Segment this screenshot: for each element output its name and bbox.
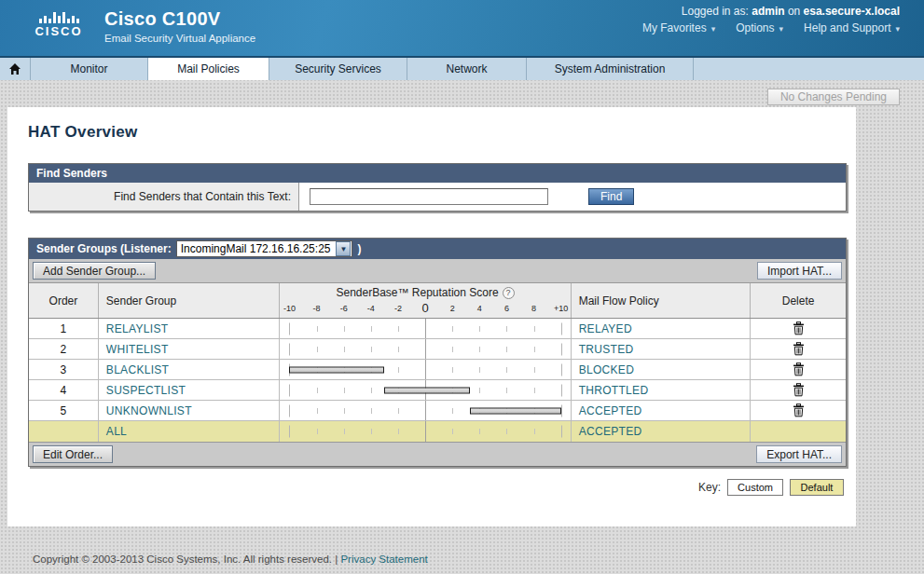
scale-tick [289,384,290,396]
scale-tick [452,367,453,373]
order-cell: 4 [29,380,99,400]
privacy-statement-link[interactable]: Privacy Statement [340,554,427,565]
sender-group-link[interactable]: SUSPECTLIST [106,384,186,397]
delete-cell [751,380,846,400]
trash-icon[interactable] [793,342,805,356]
mail-flow-policy-link[interactable]: ACCEPTED [579,425,642,438]
footer-divider: | [335,554,338,565]
scale-tick [425,319,426,338]
sender-group-link[interactable]: WHITELIST [106,343,169,356]
scale-tick [452,408,453,414]
table-row: 5 UNKNOWNLIST ACCEPTED [29,401,846,421]
sender-groups-toolbar-bottom: Edit Order... Export HAT... [29,442,846,466]
tab-mail-policies[interactable]: Mail Policies [148,58,269,80]
menu-help-and-support[interactable]: Help and Support [804,21,900,34]
scale-tick [506,429,507,434]
login-user: admin [752,5,784,18]
tab-security-services[interactable]: Security Services [269,58,407,80]
reputation-score-scale [289,319,560,338]
menu-my-favorites[interactable]: My Favorites [642,21,715,34]
scale-tick-label: -8 [313,304,321,313]
import-hat-button[interactable]: Import HAT... [757,262,842,280]
mail-flow-policy-cell: BLOCKED [572,360,752,379]
scale-tick [398,347,399,352]
scale-tick [344,326,345,332]
mail-flow-policy-link[interactable]: TRUSTED [579,343,634,356]
trash-icon[interactable] [793,362,805,376]
find-senders-row: Find Senders that Contain this Text: Fin… [29,183,846,211]
scale-tick [534,367,535,373]
sender-groups-body: 1 RELAYLIST RELAYED 2 WHI [29,319,846,442]
tab-network[interactable]: Network [407,58,527,80]
order-cell: 5 [29,401,99,420]
trash-icon[interactable] [793,321,805,335]
listener-select[interactable]: IncomingMail 172.16.16.25:25 ▼ [176,240,353,257]
scale-tick [452,347,453,352]
trash-icon[interactable] [793,403,805,417]
scale-tick-label: -6 [340,304,348,313]
find-senders-header: Find Senders [29,164,846,183]
sender-groups-header-prefix: Sender Groups (Listener: [36,242,172,255]
mail-flow-policy-link[interactable]: RELAYED [579,322,632,335]
product-title: Cisco C100V [104,8,255,30]
help-icon[interactable]: ? [503,287,515,299]
find-button[interactable]: Find [588,188,634,205]
scale-tick [561,426,562,438]
export-hat-button[interactable]: Export HAT... [756,445,842,463]
scale-tick [371,326,372,332]
mail-flow-policy-link[interactable]: ACCEPTED [579,404,642,417]
mail-flow-policy-link[interactable]: THROTTLED [579,384,649,397]
key-legend: Key: Custom Default [698,479,844,496]
scale-tick [561,363,562,376]
scale-tick [398,408,399,414]
scale-tick [371,408,372,414]
scale-tick [289,343,290,355]
sender-group-cell: RELAYLIST [99,319,281,338]
add-sender-group-button[interactable]: Add Sender Group... [33,262,156,280]
edit-order-button[interactable]: Edit Order... [33,445,113,463]
column-mail-flow-policy: Mail Flow Policy [572,283,752,318]
sender-group-link[interactable]: RELAYLIST [106,322,169,335]
table-row: 3 BLACKLIST BLOCKED [29,360,846,380]
scale-tick [561,343,562,355]
scale-tick-label: 6 [504,304,509,313]
delete-cell [751,360,846,379]
mail-flow-policy-link[interactable]: BLOCKED [579,363,634,376]
order-cell [29,421,99,442]
sender-groups-box: Sender Groups (Listener: IncomingMail 17… [28,238,847,467]
nav-bar: Monitor Mail Policies Security Services … [0,56,924,80]
no-changes-pending-button[interactable]: No Changes Pending [767,89,900,105]
scale-tick-label: 8 [531,304,536,313]
scale-tick [479,388,480,393]
tab-system-administration[interactable]: System Administration [527,58,694,80]
key-default-swatch: Default [790,479,844,496]
scale-tick [479,429,480,434]
sender-group-link[interactable]: BLACKLIST [106,363,169,376]
scale-tick-label: 4 [477,304,482,313]
column-sender-group: Sender Group [99,283,281,318]
order-cell: 3 [29,360,99,379]
menu-options[interactable]: Options [736,21,783,34]
scale-tick [344,408,345,414]
scale-tick [506,347,507,352]
reputation-score-scale [289,401,560,420]
scale-tick [344,388,345,393]
sender-group-link[interactable]: UNKNOWNLIST [106,404,192,417]
key-label: Key: [698,481,721,494]
scale-tick [479,347,480,352]
order-cell: 2 [29,339,99,359]
delete-cell [751,339,846,359]
sender-groups-header: Sender Groups (Listener: IncomingMail 17… [29,239,846,259]
scale-tick [506,367,507,373]
find-senders-input[interactable] [310,188,548,205]
login-host: esa.secure-x.local [804,5,900,18]
trash-icon[interactable] [793,383,805,397]
home-tab[interactable] [0,58,31,80]
scale-tick [317,326,318,332]
scale-tick [425,339,426,359]
table-row: 2 WHITELIST TRUSTED [29,339,846,360]
sender-group-link[interactable]: ALL [106,425,127,438]
reputation-score-bar [384,387,470,393]
tab-monitor[interactable]: Monitor [31,58,148,80]
scale-tick [506,326,507,332]
